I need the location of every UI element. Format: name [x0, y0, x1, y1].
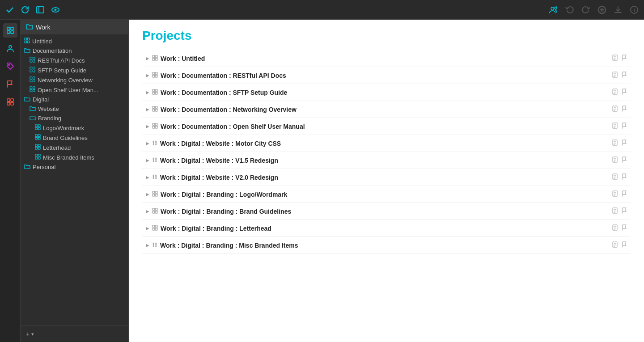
svg-point-4 [551, 7, 554, 10]
page-title: Projects [142, 29, 631, 43]
expand-arrow-icon[interactable]: ▶ [146, 243, 149, 248]
folder-icon [24, 96, 30, 103]
rail-flag-icon[interactable] [3, 77, 17, 91]
sidebar-item-logo-wordmark[interactable]: Logo/Wordmark [21, 123, 128, 133]
download-icon[interactable] [614, 5, 623, 14]
sidebar-item-sftp-setup-guide[interactable]: SFTP Setup Guide [21, 65, 128, 75]
project-row[interactable]: ▶ Work : Digital : Branding : Logo/Wordm… [142, 186, 631, 203]
sidebar-item-open-shelf-user-man[interactable]: Open Shelf User Man... [21, 85, 128, 95]
svg-rect-88 [155, 106, 157, 108]
users-icon[interactable]: + [549, 5, 558, 14]
expand-arrow-icon[interactable]: ▶ [146, 56, 149, 61]
expand-arrow-icon[interactable]: ▶ [146, 107, 149, 112]
svg-point-162 [156, 245, 157, 246]
project-row[interactable]: ▶ Work : Digital : Branding : Misc Brand… [142, 237, 631, 254]
row-note-icon[interactable] [612, 207, 618, 215]
add-item-button[interactable]: + [26, 330, 30, 338]
project-row[interactable]: ▶ Work : Digital : Branding : Letterhead [142, 220, 631, 237]
row-flag-icon[interactable] [622, 190, 627, 198]
row-note-icon[interactable] [612, 139, 618, 147]
row-flag-icon[interactable] [622, 224, 627, 232]
sidebar-item-untitled[interactable]: Untitled [21, 36, 128, 46]
svg-rect-34 [33, 60, 35, 62]
sidebar-item-restful-api-docs[interactable]: RESTful API Docs [21, 55, 128, 65]
rail-tag-icon[interactable] [3, 59, 17, 73]
row-note-icon[interactable] [612, 72, 618, 79]
row-flag-icon[interactable] [622, 241, 627, 249]
row-flag-icon[interactable] [622, 72, 627, 79]
project-row[interactable]: ▶ Work : Digital : Website : V1.5 Redesi… [142, 152, 631, 169]
svg-rect-36 [33, 67, 35, 69]
refresh-icon[interactable] [21, 5, 30, 14]
rail-puzzle-icon[interactable] [3, 95, 17, 109]
row-flag-icon[interactable] [622, 173, 627, 181]
svg-point-159 [153, 244, 154, 245]
eye-icon[interactable] [51, 5, 60, 14]
sidebar-item-letterhead[interactable]: Letterhead [21, 143, 128, 152]
svg-rect-29 [25, 41, 27, 43]
expand-arrow-icon[interactable]: ▶ [146, 175, 149, 180]
expand-arrow-icon[interactable]: ▶ [146, 209, 149, 214]
sidebar-toggle-icon[interactable] [36, 5, 45, 14]
sidebar-item-digital[interactable]: Digital [21, 95, 128, 104]
project-name: Work : Documentation : Networking Overvi… [161, 106, 612, 113]
svg-rect-16 [11, 31, 13, 34]
svg-rect-56 [38, 144, 40, 147]
folder-icon [24, 47, 30, 54]
add-icon[interactable] [597, 5, 606, 14]
row-note-icon[interactable] [612, 190, 618, 198]
svg-point-126 [156, 176, 157, 177]
row-flag-icon[interactable] [622, 139, 627, 147]
row-note-icon[interactable] [612, 224, 618, 232]
expand-arrow-icon[interactable]: ▶ [146, 124, 149, 129]
row-note-icon[interactable] [612, 55, 618, 62]
sidebar-header[interactable]: Work [21, 20, 128, 34]
rail-people-icon[interactable] [3, 41, 17, 55]
expand-footer-icon[interactable]: ▾ [31, 331, 34, 337]
undo-icon[interactable] [565, 5, 574, 14]
svg-point-124 [156, 175, 157, 176]
project-row[interactable]: ▶ Work : Documentation : SFTP Setup Guid… [142, 84, 631, 101]
grid-icon [35, 144, 41, 151]
info-icon[interactable] [630, 5, 639, 14]
row-flag-icon[interactable] [622, 156, 627, 164]
project-row[interactable]: ▶ Work : Documentation : Open Shelf User… [142, 118, 631, 135]
project-name: Work : Digital : Branding : Letterhead [161, 225, 612, 232]
row-note-icon[interactable] [612, 156, 618, 164]
project-row[interactable]: ▶ Work : Documentation : Networking Over… [142, 101, 631, 118]
expand-arrow-icon[interactable]: ▶ [146, 141, 149, 146]
row-flag-icon[interactable] [622, 55, 627, 62]
project-type-icon [152, 157, 157, 164]
row-flag-icon[interactable] [622, 122, 627, 130]
sidebar-item-networking-overview[interactable]: Networking Overview [21, 75, 128, 85]
sidebar-item-branding[interactable]: Branding [21, 114, 128, 123]
expand-arrow-icon[interactable]: ▶ [146, 192, 149, 197]
project-row[interactable]: ▶ Work : Digital : Website : V2.0 Redesi… [142, 169, 631, 186]
row-note-icon[interactable] [612, 241, 618, 249]
expand-arrow-icon[interactable]: ▶ [146, 90, 149, 95]
expand-arrow-icon[interactable]: ▶ [146, 226, 149, 231]
project-type-icon [152, 140, 157, 147]
project-row[interactable]: ▶ Work : Digital : Website : Motor City … [142, 135, 631, 152]
sidebar-item-personal[interactable]: Personal [21, 162, 128, 172]
sidebar-item-misc-branded-items[interactable]: Misc Branded Items [21, 152, 128, 162]
row-note-icon[interactable] [612, 173, 618, 181]
row-flag-icon[interactable] [622, 89, 627, 96]
row-note-icon[interactable] [612, 106, 618, 113]
project-row[interactable]: ▶ Work : Untitled [142, 50, 631, 67]
sidebar-item-brand-guidelines[interactable]: Brand Guidelines [21, 133, 128, 143]
check-icon[interactable] [5, 5, 14, 14]
expand-arrow-icon[interactable]: ▶ [146, 158, 149, 163]
project-row[interactable]: ▶ Work : Documentation : RESTful API Doc… [142, 67, 631, 84]
row-note-icon[interactable] [612, 122, 618, 130]
sidebar-item-documentation[interactable]: Documentation [21, 46, 128, 55]
project-row[interactable]: ▶ Work : Digital : Branding : Brand Guid… [142, 203, 631, 220]
sidebar-footer[interactable]: + ▾ [21, 325, 128, 342]
sidebar-item-website[interactable]: Website [21, 104, 128, 114]
row-flag-icon[interactable] [622, 106, 627, 113]
redo-icon[interactable] [581, 5, 590, 14]
expand-arrow-icon[interactable]: ▶ [146, 73, 149, 78]
row-flag-icon[interactable] [622, 207, 627, 215]
rail-home-icon[interactable] [3, 23, 17, 38]
row-note-icon[interactable] [612, 89, 618, 96]
